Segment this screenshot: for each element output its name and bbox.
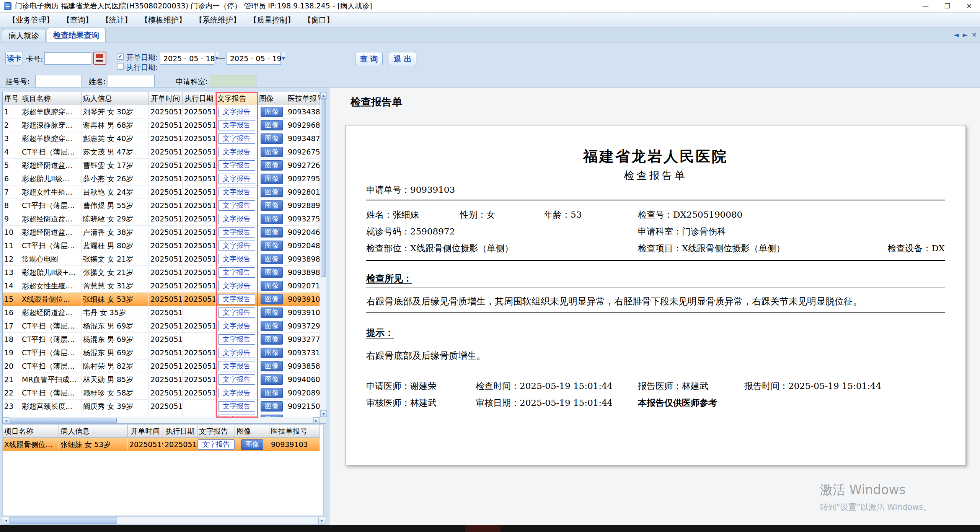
text-report-button[interactable]: 文字报告 xyxy=(218,187,255,197)
table-row[interactable]: 10 彩超经阴道盆... 卢清香 女 38岁 20250519 20250519… xyxy=(3,226,320,239)
col-header-patient[interactable]: 病人信息 xyxy=(59,425,128,438)
text-report-button[interactable]: 文字报告 xyxy=(218,401,255,412)
menu-template[interactable]: 【模板维护】 xyxy=(136,15,191,25)
scroll-thumb[interactable] xyxy=(10,517,117,524)
menu-query[interactable]: 【查询】 xyxy=(58,15,97,25)
scroll-right-icon[interactable]: ► xyxy=(318,517,326,524)
image-button[interactable]: 图像 xyxy=(241,439,263,450)
col-header-tech-no[interactable]: 医技单报号 xyxy=(286,92,320,105)
scroll-down-icon[interactable]: ▼ xyxy=(320,410,327,417)
table-row[interactable]: 22 CT平扫（薄层... 赖桂珍 女 58岁 20250519 2025051… xyxy=(3,386,320,400)
menu-quality[interactable]: 【质量控制】 xyxy=(245,15,299,25)
text-report-button[interactable]: 文字报告 xyxy=(218,281,255,291)
table-row[interactable]: 文字报告 图像 xyxy=(3,413,320,417)
table-row[interactable]: 6 彩超胎儿II级... 薛小燕 女 26岁 20250519 20250519… xyxy=(3,172,320,185)
col-header-report[interactable]: 文字报告 xyxy=(216,92,258,105)
scroll-right-icon[interactable]: ► xyxy=(313,417,320,424)
image-button[interactable]: 图像 xyxy=(261,401,283,412)
text-report-button[interactable]: 文字报告 xyxy=(218,120,255,130)
table-row[interactable]: 3 彩超羊膜腔穿... 彭惠英 女 40岁 20250519 20250519 … xyxy=(3,132,320,145)
table-row[interactable]: 19 CT平扫（薄层... 杨混东 男 69岁 20250519 2025051… xyxy=(3,346,320,360)
table-row[interactable]: 13 彩超胎儿II级+... 张攥文 女 21岁 20250519 202505… xyxy=(3,266,320,279)
menu-statistics[interactable]: 【统计】 xyxy=(97,15,136,25)
col-header-project[interactable]: 项目名称 xyxy=(3,425,59,438)
text-report-button[interactable]: 文字报告 xyxy=(218,254,255,264)
image-button[interactable]: 图像 xyxy=(261,281,283,291)
date-from-picker[interactable]: 2025 - 05 - 18 ▼ xyxy=(160,52,214,65)
card-reader-icon[interactable] xyxy=(93,52,106,65)
col-header-patient[interactable]: 病人信息 xyxy=(82,92,149,105)
table-row[interactable]: 14 彩超女性生殖... 曾慧慧 女 31岁 20250519 20250519… xyxy=(3,279,320,293)
col-header-no[interactable]: 序号 xyxy=(3,92,20,105)
image-button[interactable]: 图像 xyxy=(261,348,283,358)
name-input[interactable] xyxy=(108,75,155,87)
text-report-button[interactable]: 文字报告 xyxy=(218,241,255,251)
tab-scroll-right-icon[interactable]: ► xyxy=(963,30,968,39)
table-row[interactable]: 1 彩超羊膜腔穿... 刘琴芳 女 30岁 20250519 20250519 … xyxy=(3,105,320,119)
scroll-thumb[interactable] xyxy=(10,418,117,423)
exec-date-checkbox[interactable] xyxy=(117,63,124,70)
image-button[interactable]: 图像 xyxy=(261,200,283,211)
scroll-left-icon[interactable]: ◄ xyxy=(3,417,9,424)
image-button[interactable]: 图像 xyxy=(261,267,283,278)
text-report-button[interactable]: 文字报告 xyxy=(218,200,255,211)
menu-system[interactable]: 【系统维护】 xyxy=(191,15,245,25)
scroll-thumb[interactable] xyxy=(321,99,326,277)
image-button[interactable]: 图像 xyxy=(261,307,283,318)
text-report-button[interactable]: 文字报告 xyxy=(218,374,255,385)
text-report-button[interactable]: 文字报告 xyxy=(218,267,255,278)
image-button[interactable]: 图像 xyxy=(261,388,283,398)
col-header-report[interactable]: 文字报告 xyxy=(197,425,235,438)
image-button[interactable]: 图像 xyxy=(261,254,283,264)
image-button[interactable]: 图像 xyxy=(261,294,283,304)
image-button[interactable]: 图像 xyxy=(261,187,283,197)
menu-window[interactable]: 【窗口】 xyxy=(299,15,338,25)
image-button[interactable]: 图像 xyxy=(261,133,283,144)
table-horizontal-scrollbar[interactable]: ◄ ► xyxy=(3,417,320,423)
col-header-exec[interactable]: 执行日期 xyxy=(163,425,197,438)
date-to-dropdown-icon[interactable]: ▼ xyxy=(282,52,285,64)
text-report-button[interactable]: 文字报告 xyxy=(218,133,255,144)
table-row[interactable]: 4 CT平扫（薄层... 苏文茂 男 47岁 20250519 20250519… xyxy=(3,145,320,159)
image-button[interactable]: 图像 xyxy=(261,147,283,157)
image-button[interactable]: 图像 xyxy=(261,214,283,224)
tab-exam-result-query[interactable]: 检查结果查询 xyxy=(47,28,106,42)
text-report-button[interactable]: 文字报告 xyxy=(218,321,255,331)
text-report-button[interactable]: 文字报告 xyxy=(218,147,255,157)
image-button[interactable]: 图像 xyxy=(261,241,283,251)
text-report-button[interactable]: 文字报告 xyxy=(218,214,255,224)
table-row[interactable]: 20 CT平扫（薄层... 陈村荣 男 82岁 20250519 2025051… xyxy=(3,360,320,373)
scroll-up-icon[interactable]: ▲ xyxy=(320,92,327,99)
text-report-button[interactable]: 文字报告 xyxy=(218,107,255,117)
table-row[interactable]: 12 常规心电图 张攥文 女 21岁 20250519 20250519 文字报… xyxy=(3,252,320,266)
table-row[interactable]: 21 MR血管平扫成... 林天勋 男 85岁 20250519 2025051… xyxy=(3,373,320,386)
text-report-button[interactable]: 文字报告 xyxy=(218,361,255,371)
image-button[interactable]: 图像 xyxy=(261,107,283,117)
minimize-button[interactable]: — xyxy=(915,0,936,12)
table-row[interactable]: 17 CT平扫（薄层... 杨混东 男 69岁 20250519 2025051… xyxy=(3,319,320,333)
reg-no-input[interactable] xyxy=(35,75,82,87)
image-button[interactable]: 图像 xyxy=(261,321,283,331)
image-button[interactable]: 图像 xyxy=(261,120,283,130)
image-button[interactable]: 图像 xyxy=(261,227,283,238)
scroll-left-icon[interactable]: ◄ xyxy=(2,517,10,524)
dept-input[interactable] xyxy=(210,75,256,87)
menu-business[interactable]: 【业务管理】 xyxy=(4,15,58,25)
table-row[interactable]: 11 CT平扫（薄层... 蓝耀桂 男 80岁 20250519 2025051… xyxy=(3,239,320,252)
text-report-button[interactable]: 文字报告 xyxy=(218,334,255,345)
table-row[interactable]: 2 彩超深静脉穿... 谢再林 男 68岁 20250519 20250519 … xyxy=(3,119,320,132)
table-row[interactable]: 18 CT平扫（薄层... 杨混东 男 69岁 20250519 文字报告 图像… xyxy=(3,333,320,346)
card-no-input[interactable] xyxy=(44,52,91,65)
text-report-button[interactable]: 文字报告 xyxy=(218,307,255,318)
read-card-button[interactable]: 读卡 xyxy=(5,52,23,65)
maximize-button[interactable]: ❐ xyxy=(936,0,958,12)
tab-patient-visit[interactable]: 病人就诊 xyxy=(2,29,46,42)
col-header-project[interactable]: 项目名称 xyxy=(20,92,82,105)
table-row[interactable]: 16 彩超经阴道盆... 韦丹 女 35岁 20250519 文字报告 图像 9… xyxy=(3,306,320,319)
col-header-exec[interactable]: 执行日期 xyxy=(183,92,216,105)
image-button[interactable]: 图像 xyxy=(261,361,283,371)
text-report-button[interactable]: 文字报告 xyxy=(218,174,255,184)
text-report-button[interactable]: 文字报告 xyxy=(197,439,235,450)
tab-close-icon[interactable]: ✕ xyxy=(972,30,977,39)
date-to-picker[interactable]: 2025 - 05 - 19 ▼ xyxy=(227,52,281,65)
